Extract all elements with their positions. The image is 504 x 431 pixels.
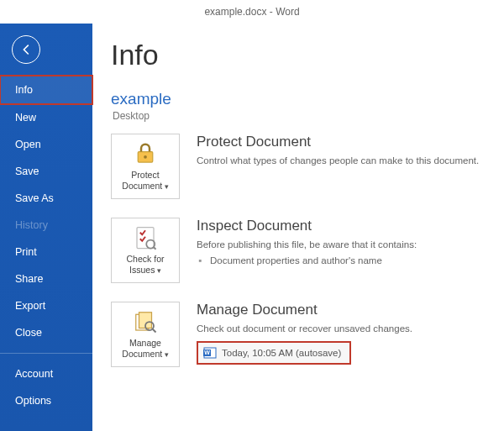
sidebar-item-open[interactable]: Open	[0, 131, 92, 158]
page-title: Info	[111, 39, 486, 71]
autosave-label: Today, 10:05 AM (autosave)	[222, 348, 341, 358]
back-button[interactable]	[12, 35, 40, 64]
title-bar: example.docx - Word	[0, 0, 504, 24]
sidebar-item-options[interactable]: Options	[0, 387, 92, 414]
sidebar-item-label: New	[15, 112, 36, 124]
protect-document-tile[interactable]: Protect Document	[111, 134, 180, 199]
sidebar-item-close[interactable]: Close	[0, 319, 92, 346]
sidebar-item-label: Options	[15, 395, 51, 407]
svg-line-8	[153, 329, 156, 333]
sidebar-item-share[interactable]: Share	[0, 265, 92, 292]
inspect-section: Check for Issues Inspect Document Before…	[111, 218, 486, 283]
sidebar-item-label: Open	[15, 139, 41, 150]
sidebar-item-save-as[interactable]: Save As	[0, 185, 92, 212]
sidebar-item-label: History	[15, 219, 48, 231]
sidebar-item-label: Save As	[15, 192, 54, 204]
sidebar-item-label: Export	[15, 300, 45, 312]
sidebar-item-history: History	[0, 212, 92, 239]
svg-text:W: W	[204, 350, 210, 355]
section-description: Before publishing this file, be aware th…	[197, 238, 486, 252]
document-name: example	[111, 90, 486, 108]
section-title: Manage Document	[197, 302, 486, 318]
check-for-issues-tile[interactable]: Check for Issues	[111, 218, 180, 283]
sidebar-item-export[interactable]: Export	[0, 292, 92, 319]
section-title: Inspect Document	[197, 218, 486, 234]
autosave-version-item[interactable]: W Today, 10:05 AM (autosave)	[197, 341, 351, 365]
tile-label: Check for Issues	[115, 254, 176, 275]
sidebar-item-label: Close	[15, 327, 42, 339]
sidebar-item-label: Print	[15, 246, 37, 258]
section-description: Check out document or recover unsaved ch…	[197, 322, 486, 336]
word-doc-icon: W	[203, 346, 217, 360]
sidebar-item-print[interactable]: Print	[0, 239, 92, 265]
tile-label: Manage Document	[115, 338, 176, 359]
backstage-sidebar: Info New Open Save Save As History Print…	[0, 24, 92, 431]
checklist-icon	[133, 225, 158, 250]
section-description: Control what types of changes people can…	[197, 154, 486, 168]
sidebar-item-label: Share	[15, 273, 43, 285]
sidebar-item-label: Info	[15, 84, 33, 96]
issues-list: Document properties and author's name	[197, 255, 486, 265]
sidebar-item-label: Account	[15, 368, 53, 380]
backstage-container: Info New Open Save Save As History Print…	[0, 24, 504, 431]
sidebar-item-info[interactable]: Info	[0, 76, 92, 104]
tile-label: Protect Document	[115, 170, 176, 191]
issue-item: Document properties and author's name	[197, 255, 486, 265]
info-panel: Info example Desktop Protect Document Pr…	[92, 24, 504, 431]
svg-point-1	[144, 155, 147, 159]
section-title: Protect Document	[197, 134, 486, 150]
document-location: Desktop	[113, 110, 486, 122]
sidebar-separator	[0, 353, 92, 354]
manage-section: Manage Document Manage Document Check ou…	[111, 302, 486, 367]
sidebar-item-save[interactable]: Save	[0, 158, 92, 185]
svg-line-4	[154, 248, 156, 250]
protect-section: Protect Document Protect Document Contro…	[111, 134, 486, 199]
sidebar-item-new[interactable]: New	[0, 104, 92, 131]
sidebar-item-label: Save	[15, 166, 39, 177]
arrow-left-icon	[18, 42, 34, 57]
documents-icon	[133, 309, 158, 334]
manage-document-tile[interactable]: Manage Document	[111, 302, 180, 367]
lock-icon	[133, 141, 158, 166]
sidebar-item-account[interactable]: Account	[0, 360, 92, 387]
